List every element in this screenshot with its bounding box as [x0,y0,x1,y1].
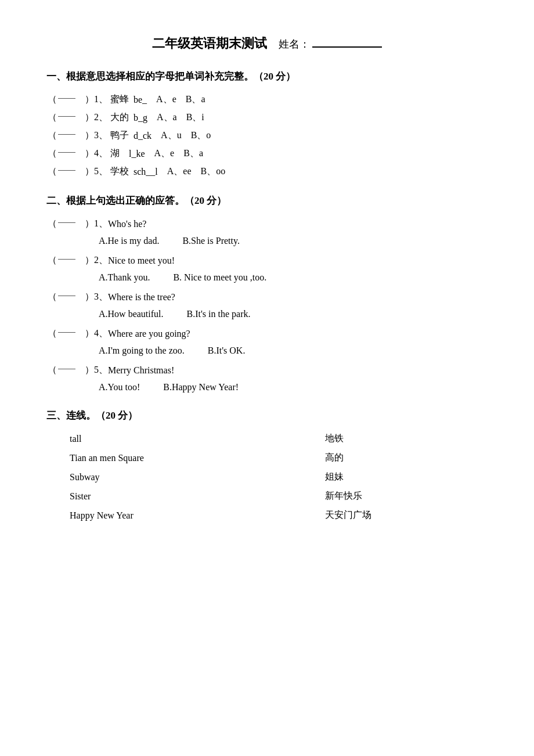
list-item: （ ）1、 Who's he? A.He is my dad. B.She is… [46,218,488,246]
list-item: （ ）4、 Where are you going? A.I'm going t… [46,327,488,356]
list-item: Happy New Year 天安门广场 [46,509,488,521]
exam-title: 二年级英语期末测试 [152,35,267,52]
list-item: Subway 姐妹 [46,471,488,483]
list-item: Tian an men Square 高的 [46,452,488,464]
list-item: （ ）3、 鸭子 d_ck A、u B、o [46,129,488,142]
section3-title: 三、连线。（20 分） [46,409,488,422]
list-item: （ ）2、 大的 b_g A、a B、i [46,111,488,124]
list-item: （ ）4、 湖 l_ke A、e B、a [46,147,488,160]
list-item: Sister 新年快乐 [46,490,488,502]
section1-title: 一、根据意思选择相应的字母把单词补充完整。（20 分） [46,70,488,83]
list-item: tall 地铁 [46,433,488,445]
name-label: 姓名： [279,37,382,51]
list-item: （ ）3、 Where is the tree? A.How beautiful… [46,291,488,319]
list-item: （ ）2、 Nice to meet you! A.Thank you. B. … [46,254,488,283]
section2-title: 二、根据上句选出正确的应答。（20 分） [46,194,488,207]
list-item: （ ）5、 Merry Christmas! A.You too! B.Happ… [46,364,488,393]
list-item: （ ）1、 蜜蜂 be_ A、e B、a [46,93,488,106]
section1-items: （ ）1、 蜜蜂 be_ A、e B、a （ ）2、 大的 b_g A、a B、… [46,93,488,178]
list-item: （ ）5、 学校 sch__l A、ee B、oo [46,165,488,178]
section2-items: （ ）1、 Who's he? A.He is my dad. B.She is… [46,218,488,393]
name-line [312,46,382,48]
title-row: 二年级英语期末测试 姓名： [46,35,488,52]
section3-items: tall 地铁 Tian an men Square 高的 Subway 姐妹 … [46,433,488,521]
